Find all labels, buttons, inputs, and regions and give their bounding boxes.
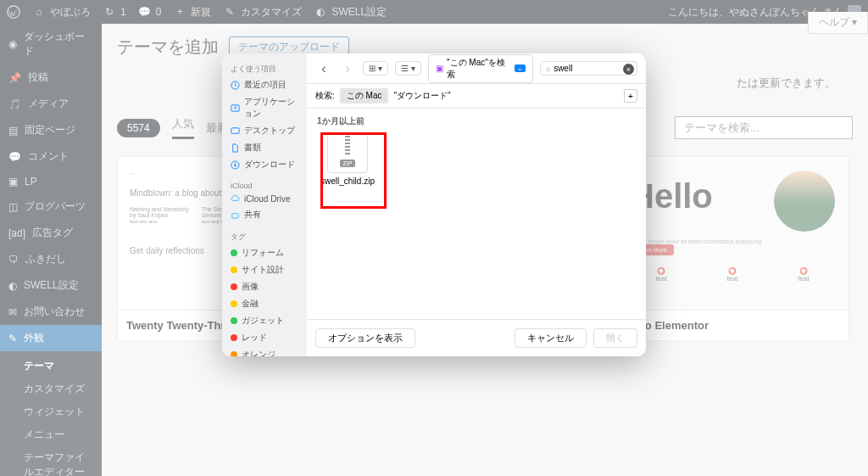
new-content-link[interactable]: +新規 — [173, 5, 211, 20]
submenu-menus[interactable]: メニュー — [0, 423, 102, 446]
mail-icon: ✉ — [8, 306, 17, 318]
submenu-themes[interactable]: テーマ — [0, 355, 102, 378]
clear-search-button[interactable]: × — [623, 64, 634, 75]
sidebar-tag[interactable]: ガジェット — [222, 312, 307, 329]
tag-dot-icon — [231, 283, 237, 290]
sidebar-recents[interactable]: 最近の項目 — [222, 76, 307, 93]
file-dialog-footer: オプションを表示 キャンセル 開く — [307, 319, 646, 356]
file-name: swell_child.zip — [317, 176, 378, 186]
grid-icon: ⊞ — [369, 64, 376, 73]
menu-lp[interactable]: ▣LP — [0, 170, 102, 193]
nav-back-button[interactable]: ‹ — [315, 60, 332, 77]
sidebar-tag[interactable]: レッド — [222, 329, 307, 346]
theme-card[interactable]: Hellome Lorem ipsum dolor sit amet conse… — [615, 156, 849, 341]
swell-icon: ◐ — [314, 5, 327, 19]
comment-icon: 💬 — [138, 5, 152, 19]
submenu-customize[interactable]: カスタマイズ — [0, 378, 102, 400]
appearance-icon: ✎ — [8, 333, 17, 344]
menu-swell[interactable]: ◐SWELL設定 — [0, 272, 102, 299]
plus-icon: + — [173, 5, 186, 19]
add-filter-button[interactable]: + — [624, 89, 637, 103]
submenu-editor[interactable]: テーマファイルエディター — [0, 446, 102, 476]
tags-label: タグ — [222, 228, 307, 244]
tag-dot-icon — [231, 266, 237, 273]
file-open-dialog: よく使う項目 最近の項目 Aアプリケーション デスクトップ 書類 ダウンロード … — [222, 53, 646, 356]
nav-forward-button[interactable]: › — [339, 60, 356, 77]
folder-icon: ▣ — [436, 64, 443, 73]
pin-icon: 📌 — [8, 72, 21, 84]
menu-comments[interactable]: 💬コメント — [0, 143, 102, 170]
menu-dashboard[interactable]: ◉ダッシュボード — [0, 24, 102, 64]
theme-count-badge: 5574 — [117, 119, 160, 137]
options-button[interactable]: オプションを表示 — [315, 328, 415, 348]
sidebar-applications[interactable]: Aアプリケーション — [222, 93, 307, 122]
wp-admin-bar: ⌂やぼぶろ ↻1 💬0 +新規 ✎カスタマイズ ◐SWELL設定 こんにちは、や… — [0, 0, 868, 24]
date-group-label: 1か月以上前 — [317, 115, 636, 127]
sidebar-shared[interactable]: 共有 — [222, 206, 307, 223]
theme-name: Hello Elementor — [616, 310, 849, 340]
scope-this-mac[interactable]: この Mac — [340, 88, 389, 104]
help-button[interactable]: ヘルプ ▾ — [808, 12, 868, 34]
submenu-widgets[interactable]: ウィジェット — [0, 400, 102, 423]
svg-rect-6 — [232, 213, 238, 217]
search-scope-bar: 検索: この Mac "ダウンロード" + — [307, 84, 646, 109]
site-name-link[interactable]: ⌂やぼぶろ — [32, 5, 91, 20]
menu-posts[interactable]: 📌投稿 — [0, 64, 102, 91]
menu-blogparts[interactable]: ◫ブログパーツ — [0, 193, 102, 220]
wp-admin-sidebar: ◉ダッシュボード 📌投稿 🎵メディア ▤固定ページ 💬コメント ▣LP ◫ブログ… — [0, 24, 102, 476]
sidebar-tag[interactable]: サイト設計 — [222, 261, 307, 278]
theme-search-input[interactable] — [675, 116, 853, 139]
sidebar-tag[interactable]: リフォーム — [222, 244, 307, 261]
menu-appearance[interactable]: ✎外観 — [0, 325, 102, 351]
customize-link[interactable]: ✎カスタマイズ — [223, 5, 302, 20]
scope-downloads[interactable]: "ダウンロード" — [393, 90, 450, 102]
page-icon: ▤ — [8, 125, 18, 137]
sidebar-documents[interactable]: 書類 — [222, 139, 307, 156]
swell-settings-link[interactable]: ◐SWELL設定 — [314, 5, 387, 20]
home-icon: ⌂ — [32, 5, 46, 19]
cancel-button[interactable]: キャンセル — [515, 328, 587, 348]
file-list-area: 1か月以上前 ZIP swell_child.zip — [307, 109, 646, 319]
dashboard-icon: ◉ — [8, 38, 17, 50]
icloud-label: iCloud — [222, 178, 307, 192]
page-title: テーマを追加 — [117, 36, 219, 59]
tag-dot-icon — [231, 300, 237, 307]
favorites-label: よく使う項目 — [222, 60, 307, 76]
tag-dot-icon — [231, 351, 237, 356]
sidebar-downloads[interactable]: ダウンロード — [222, 156, 307, 173]
file-dialog-sidebar: よく使う項目 最近の項目 Aアプリケーション デスクトップ 書類 ダウンロード … — [222, 53, 307, 356]
updates-link[interactable]: ↻1 — [103, 5, 126, 19]
menu-adtag[interactable]: [ad]広告タグ — [0, 220, 102, 246]
brush-icon: ✎ — [223, 5, 236, 19]
sidebar-icloud-drive[interactable]: iCloud Drive — [222, 192, 307, 206]
filter-popular[interactable]: 人気 — [172, 116, 194, 139]
ad-icon: [ad] — [8, 227, 25, 239]
wordpress-icon — [7, 5, 20, 19]
theme-preview: Hellome Lorem ipsum dolor sit amet conse… — [616, 157, 849, 310]
menu-media[interactable]: 🎵メディア — [0, 91, 102, 117]
tag-dot-icon — [231, 317, 237, 324]
view-mode-button[interactable]: ⊞ ▾ — [363, 61, 388, 76]
search-label: 検索: — [315, 90, 335, 102]
lp-icon: ▣ — [8, 176, 18, 188]
wp-logo[interactable] — [7, 5, 20, 19]
sidebar-tag[interactable]: 金融 — [222, 295, 307, 312]
group-mode-button[interactable]: ☰ ▾ — [395, 61, 421, 76]
list-icon: ☰ — [401, 64, 409, 73]
menu-balloon[interactable]: 🗨ふきだし — [0, 246, 102, 272]
appearance-submenu: テーマ カスタマイズ ウィジェット メニュー テーマファイルエディター — [0, 351, 102, 476]
sidebar-tag[interactable]: 画像 — [222, 278, 307, 295]
zip-file-icon: ZIP — [327, 132, 368, 173]
file-item[interactable]: ZIP swell_child.zip — [317, 132, 378, 186]
location-dropdown[interactable]: ▣"この Mac"を検索⌄ — [428, 54, 533, 83]
sidebar-desktop[interactable]: デスクトップ — [222, 122, 307, 139]
file-search-input[interactable]: ⌕ swell× — [540, 61, 637, 76]
tag-dot-icon — [231, 249, 237, 256]
svg-text:A: A — [234, 105, 237, 110]
menu-contact[interactable]: ✉お問い合わせ — [0, 299, 102, 325]
comments-link[interactable]: 💬0 — [138, 5, 162, 19]
sidebar-tag[interactable]: オレンジ — [222, 346, 307, 356]
open-button[interactable]: 開く — [593, 328, 637, 348]
menu-pages[interactable]: ▤固定ページ — [0, 117, 102, 143]
media-icon: 🎵 — [8, 98, 21, 110]
